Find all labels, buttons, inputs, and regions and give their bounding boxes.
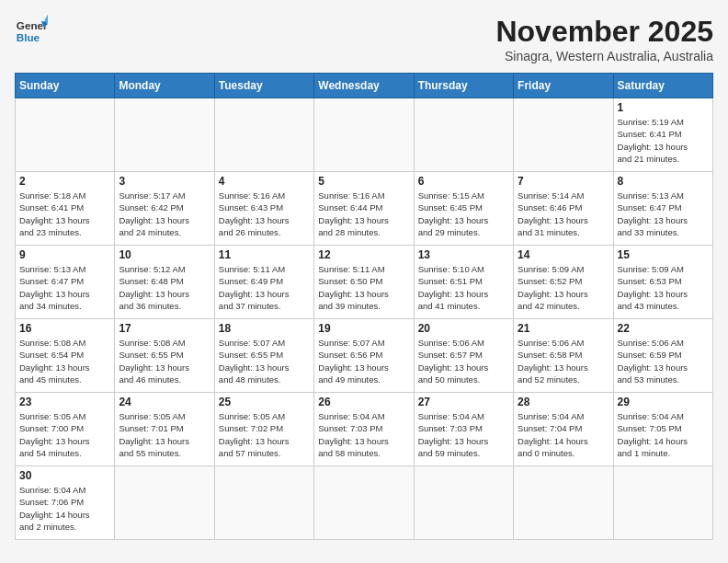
day-number: 26 (318, 396, 409, 408)
calendar-cell (214, 98, 313, 172)
day-number: 28 (518, 396, 609, 408)
day-number: 14 (518, 248, 609, 261)
week-row-2: 2Sunrise: 5:18 AM Sunset: 6:41 PM Daylig… (16, 172, 713, 246)
day-info: Sunrise: 5:09 AM Sunset: 6:52 PM Dayligh… (518, 263, 609, 312)
calendar-cell (414, 98, 513, 172)
day-info: Sunrise: 5:05 AM Sunset: 7:00 PM Dayligh… (19, 410, 110, 459)
day-number: 22 (618, 322, 709, 335)
calendar-cell (613, 466, 712, 540)
day-info: Sunrise: 5:14 AM Sunset: 6:46 PM Dayligh… (518, 190, 609, 238)
calendar-cell: 24Sunrise: 5:05 AM Sunset: 7:01 PM Dayli… (115, 393, 214, 466)
calendar-cell: 1Sunrise: 5:19 AM Sunset: 6:41 PM Daylig… (613, 98, 712, 172)
calendar-cell: 29Sunrise: 5:04 AM Sunset: 7:05 PM Dayli… (613, 393, 712, 466)
day-info: Sunrise: 5:08 AM Sunset: 6:55 PM Dayligh… (119, 337, 210, 385)
calendar-cell: 18Sunrise: 5:07 AM Sunset: 6:55 PM Dayli… (214, 319, 313, 393)
day-info: Sunrise: 5:08 AM Sunset: 6:54 PM Dayligh… (19, 337, 110, 385)
day-number: 15 (618, 248, 709, 261)
column-header-friday: Friday (514, 74, 613, 98)
month-title: November 2025 (495, 15, 713, 49)
day-info: Sunrise: 5:07 AM Sunset: 6:56 PM Dayligh… (318, 337, 409, 385)
day-info: Sunrise: 5:16 AM Sunset: 6:44 PM Dayligh… (318, 190, 409, 238)
day-number: 6 (418, 175, 509, 188)
day-info: Sunrise: 5:04 AM Sunset: 7:04 PM Dayligh… (518, 410, 609, 459)
day-number: 3 (119, 175, 210, 188)
day-info: Sunrise: 5:12 AM Sunset: 6:48 PM Dayligh… (119, 263, 210, 312)
day-info: Sunrise: 5:13 AM Sunset: 6:47 PM Dayligh… (19, 263, 110, 312)
day-number: 16 (19, 322, 110, 335)
calendar-cell: 10Sunrise: 5:12 AM Sunset: 6:48 PM Dayli… (115, 246, 214, 319)
week-row-6: 30Sunrise: 5:04 AM Sunset: 7:06 PM Dayli… (16, 466, 713, 540)
calendar-cell: 16Sunrise: 5:08 AM Sunset: 6:54 PM Dayli… (16, 319, 115, 393)
day-info: Sunrise: 5:07 AM Sunset: 6:55 PM Dayligh… (219, 337, 310, 385)
calendar-cell (314, 98, 414, 172)
day-number: 5 (318, 175, 409, 188)
column-header-thursday: Thursday (414, 74, 513, 98)
week-row-4: 16Sunrise: 5:08 AM Sunset: 6:54 PM Dayli… (16, 319, 713, 393)
day-number: 23 (19, 396, 110, 408)
calendar-cell: 5Sunrise: 5:16 AM Sunset: 6:44 PM Daylig… (314, 172, 414, 246)
column-header-wednesday: Wednesday (314, 74, 414, 98)
calendar-cell: 11Sunrise: 5:11 AM Sunset: 6:49 PM Dayli… (214, 246, 313, 319)
calendar-cell: 2Sunrise: 5:18 AM Sunset: 6:41 PM Daylig… (16, 172, 115, 246)
day-info: Sunrise: 5:04 AM Sunset: 7:05 PM Dayligh… (618, 410, 709, 459)
day-info: Sunrise: 5:11 AM Sunset: 6:50 PM Dayligh… (318, 263, 409, 312)
week-row-5: 23Sunrise: 5:05 AM Sunset: 7:00 PM Dayli… (16, 393, 713, 466)
day-info: Sunrise: 5:16 AM Sunset: 6:43 PM Dayligh… (219, 190, 310, 238)
calendar-cell (514, 98, 613, 172)
calendar-cell: 30Sunrise: 5:04 AM Sunset: 7:06 PM Dayli… (16, 466, 115, 540)
day-number: 4 (219, 175, 310, 188)
calendar-cell: 14Sunrise: 5:09 AM Sunset: 6:52 PM Dayli… (514, 246, 613, 319)
day-number: 1 (618, 101, 709, 114)
calendar-cell: 23Sunrise: 5:05 AM Sunset: 7:00 PM Dayli… (16, 393, 115, 466)
calendar-cell: 22Sunrise: 5:06 AM Sunset: 6:59 PM Dayli… (613, 319, 712, 393)
day-info: Sunrise: 5:06 AM Sunset: 6:57 PM Dayligh… (418, 337, 509, 385)
calendar-cell (314, 466, 414, 540)
logo: General Blue (15, 15, 48, 48)
day-number: 19 (318, 322, 409, 335)
column-header-sunday: Sunday (16, 74, 115, 98)
day-info: Sunrise: 5:06 AM Sunset: 6:58 PM Dayligh… (518, 337, 609, 385)
week-row-3: 9Sunrise: 5:13 AM Sunset: 6:47 PM Daylig… (16, 246, 713, 319)
day-number: 24 (119, 396, 210, 408)
calendar-cell: 28Sunrise: 5:04 AM Sunset: 7:04 PM Dayli… (514, 393, 613, 466)
calendar-cell: 4Sunrise: 5:16 AM Sunset: 6:43 PM Daylig… (214, 172, 313, 246)
day-info: Sunrise: 5:11 AM Sunset: 6:49 PM Dayligh… (219, 263, 310, 312)
day-info: Sunrise: 5:04 AM Sunset: 7:03 PM Dayligh… (418, 410, 509, 459)
calendar-cell (214, 466, 313, 540)
svg-text:General: General (17, 19, 48, 31)
day-number: 18 (219, 322, 310, 335)
calendar-cell: 7Sunrise: 5:14 AM Sunset: 6:46 PM Daylig… (514, 172, 613, 246)
calendar-cell: 19Sunrise: 5:07 AM Sunset: 6:56 PM Dayli… (314, 319, 414, 393)
day-number: 29 (618, 396, 709, 408)
svg-text:Blue: Blue (17, 31, 40, 43)
calendar-cell: 9Sunrise: 5:13 AM Sunset: 6:47 PM Daylig… (16, 246, 115, 319)
day-info: Sunrise: 5:05 AM Sunset: 7:02 PM Dayligh… (219, 410, 310, 459)
calendar-cell: 17Sunrise: 5:08 AM Sunset: 6:55 PM Dayli… (115, 319, 214, 393)
column-header-tuesday: Tuesday (214, 74, 313, 98)
calendar-cell (16, 98, 115, 172)
page-header: General Blue November 2025 Sinagra, West… (15, 15, 713, 63)
day-info: Sunrise: 5:04 AM Sunset: 7:03 PM Dayligh… (318, 410, 409, 459)
calendar-cell: 25Sunrise: 5:05 AM Sunset: 7:02 PM Dayli… (214, 393, 313, 466)
day-info: Sunrise: 5:15 AM Sunset: 6:45 PM Dayligh… (418, 190, 509, 238)
day-number: 30 (19, 469, 110, 482)
calendar-cell: 15Sunrise: 5:09 AM Sunset: 6:53 PM Dayli… (613, 246, 712, 319)
day-number: 9 (19, 248, 110, 261)
day-info: Sunrise: 5:13 AM Sunset: 6:47 PM Dayligh… (618, 190, 709, 238)
day-number: 7 (518, 175, 609, 188)
day-info: Sunrise: 5:05 AM Sunset: 7:01 PM Dayligh… (119, 410, 210, 459)
calendar-cell: 13Sunrise: 5:10 AM Sunset: 6:51 PM Dayli… (414, 246, 513, 319)
day-number: 12 (318, 248, 409, 261)
calendar-cell: 8Sunrise: 5:13 AM Sunset: 6:47 PM Daylig… (613, 172, 712, 246)
calendar-cell: 20Sunrise: 5:06 AM Sunset: 6:57 PM Dayli… (414, 319, 513, 393)
day-number: 2 (19, 175, 110, 188)
calendar-cell: 6Sunrise: 5:15 AM Sunset: 6:45 PM Daylig… (414, 172, 513, 246)
day-info: Sunrise: 5:18 AM Sunset: 6:41 PM Dayligh… (19, 190, 110, 238)
day-number: 25 (219, 396, 310, 408)
column-header-saturday: Saturday (613, 74, 712, 98)
location-subtitle: Sinagra, Western Australia, Australia (495, 49, 713, 63)
day-info: Sunrise: 5:09 AM Sunset: 6:53 PM Dayligh… (618, 263, 709, 312)
day-number: 8 (618, 175, 709, 188)
day-number: 10 (119, 248, 210, 261)
calendar-cell (115, 466, 214, 540)
